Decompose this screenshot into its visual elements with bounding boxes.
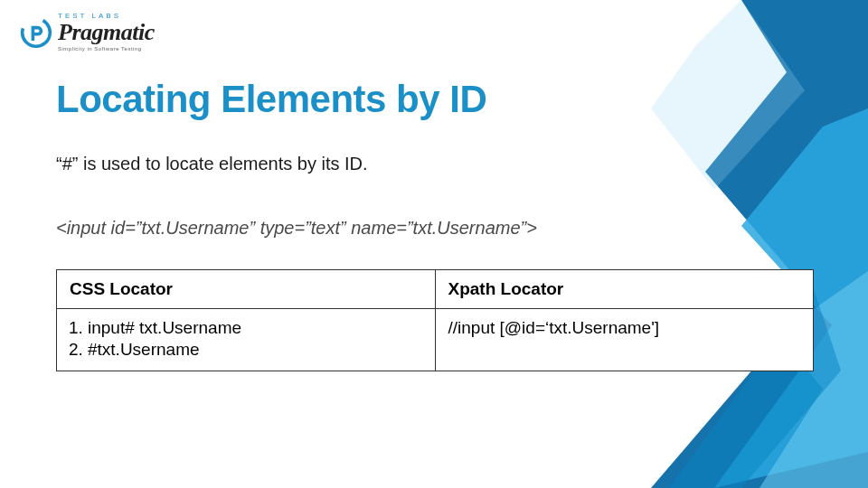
slide-description: “#” is used to locate elements by its ID… (56, 154, 814, 174)
css-list: input# txt.Username #txt.Username (88, 318, 422, 360)
content-area: Locating Elements by ID “#” is used to l… (56, 78, 814, 371)
logo-text-block: TEST LABS Pragmatic Simplicity in Softwa… (58, 13, 155, 52)
logo: TEST LABS Pragmatic Simplicity in Softwa… (20, 13, 155, 52)
code-example: <input id=”txt.Username” type=”text” nam… (56, 218, 814, 239)
table-header-row: CSS Locator Xpath Locator (57, 270, 814, 309)
css-header: CSS Locator (57, 270, 436, 309)
css-cell: input# txt.Username #txt.Username (57, 309, 436, 371)
logo-tagline: Simplicity in Software Testing (58, 46, 155, 52)
xpath-cell: //input [@id=‘txt.Username'] (435, 309, 814, 371)
xpath-header: Xpath Locator (435, 270, 814, 309)
list-item: #txt.Username (88, 340, 422, 360)
slide: TEST LABS Pragmatic Simplicity in Softwa… (0, 0, 868, 488)
logo-mark-icon (20, 16, 52, 49)
list-item: input# txt.Username (88, 318, 422, 338)
logo-wordmark: Pragmatic (58, 21, 155, 44)
slide-title: Locating Elements by ID (56, 78, 814, 121)
locator-table: CSS Locator Xpath Locator input# txt.Use… (56, 269, 814, 371)
table-row: input# txt.Username #txt.Username //inpu… (57, 309, 814, 371)
